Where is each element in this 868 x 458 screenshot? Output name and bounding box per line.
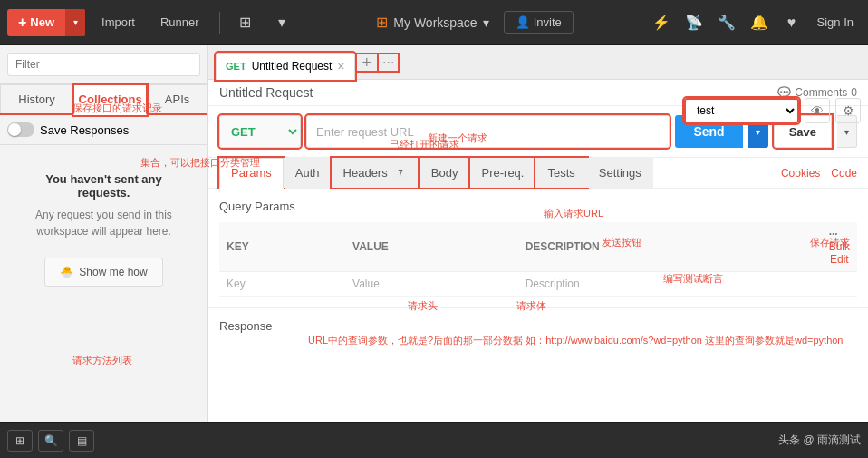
params-section: Query Params KEY VALUE DESCRIPTION ··· B… [208,189,868,307]
new-button[interactable]: New [7,9,65,36]
more-column-header: ··· Bulk Edit [822,222,857,272]
bottom-search-icon[interactable]: 🔍 [38,430,63,452]
workspace-button[interactable]: ⊞ My Workspace ▾ [369,10,496,34]
navbar: New ▾ Import Runner ⊞ ▾ ⊞ My Workspace ▾… [0,0,868,45]
description-column-header: DESCRIPTION [518,222,822,272]
bottom-layout-icon[interactable]: ⊞ [7,430,33,452]
import-button[interactable]: Import [92,12,144,33]
url-input[interactable] [306,115,670,148]
bottom-bar: ⊞ 🔍 ▤ 头条 @ 雨滴测试 [0,422,868,458]
chevron-down-icon[interactable]: ▾ [267,8,296,37]
empty-desc: Any request you send in this workspace w… [18,207,189,239]
comments-icon: 💬 [777,86,791,99]
subtab-auth[interactable]: Auth [284,158,332,188]
workspace-label: My Workspace [393,15,477,30]
bulk-edit-button[interactable]: Bulk Edit [829,240,850,266]
table-row: Key Value Description [219,272,857,297]
params-table: KEY VALUE DESCRIPTION ··· Bulk Edit Key [219,222,857,297]
request-title: Untitled Request [219,85,313,100]
workspace-icon: ⊞ [376,14,388,31]
request-tabs-bar-container: GET Untitled Request × + ··· [208,45,868,80]
response-title: Response [219,319,273,333]
flash-icon[interactable]: ⚡ [647,8,676,37]
invite-icon: 👤 [516,15,530,29]
key-cell: Key [219,272,345,297]
new-button-group[interactable]: New ▾ [7,9,85,36]
layout-icon[interactable]: ⊞ [231,8,260,37]
description-cell: Description [518,272,822,297]
request-tab-close-icon[interactable]: × [337,60,344,73]
satellite-icon[interactable]: 📡 [680,8,709,37]
tab-history[interactable]: History [0,84,73,113]
env-gear-button[interactable]: ⚙ [835,98,861,123]
tab-collections[interactable]: Collections [73,84,147,115]
response-area: Response [208,307,868,344]
subtab-tests[interactable]: Tests [535,158,586,188]
show-me-label: Show me how [79,266,147,278]
save-responses-toggle[interactable] [7,122,34,137]
request-tab-active[interactable]: GET Untitled Request × [216,53,355,80]
tab-add-button[interactable]: + [357,54,378,71]
sidebar-options: Save Responses [0,115,207,145]
nav-separator-1 [219,12,220,34]
comments-count: 0 [851,86,857,99]
bell-icon[interactable]: 🔔 [745,8,774,37]
request-tab-method: GET [226,61,246,72]
heart-icon[interactable]: ♥ [777,8,806,37]
request-tabs-bar: GET Untitled Request × + ··· [208,45,868,80]
environment-select[interactable]: test No Environment [684,98,799,123]
env-eye-button[interactable]: 👁 [805,98,830,123]
value-cell: Value [345,272,518,297]
empty-title: You haven't sent any requests. [18,172,189,200]
nav-center: ⊞ My Workspace ▾ 👤 Invite [304,10,640,34]
request-tab-title: Untitled Request [252,60,333,73]
value-column-header: VALUE [345,222,518,272]
bottom-console-icon[interactable]: ▤ [69,430,94,452]
invite-label: Invite [534,15,562,29]
sidebar-search-area [0,45,207,84]
subtab-params[interactable]: Params [219,158,284,189]
bottom-watermark: 头条 @ 雨滴测试 [778,433,861,448]
key-column-header: KEY [219,222,345,272]
workspace-chevron: ▾ [483,15,489,30]
sidebar-empty: You haven't sent any requests. Any reque… [0,145,207,422]
runner-button[interactable]: Runner [151,12,208,33]
subtab-prereq[interactable]: Pre-req. [470,158,536,188]
wrench-icon[interactable]: 🔧 [712,8,741,37]
comments-label: Comments [795,86,847,99]
subtab-right: Cookies Code [781,167,857,180]
row-more-cell [822,272,857,297]
search-input[interactable] [7,53,200,76]
nav-right: ⚡ 📡 🔧 🔔 ♥ Sign In [647,8,861,37]
cookies-button[interactable]: Cookies [781,167,820,180]
subtab-headers[interactable]: Headers 7 [332,158,420,188]
show-me-button[interactable]: 🐣 Show me how [44,258,162,287]
subtab-settings[interactable]: Settings [587,158,653,188]
code-button[interactable]: Code [831,167,857,180]
toggle-knob [8,123,21,136]
new-button-dropdown[interactable]: ▾ [65,9,85,36]
request-subtabs: Params Auth Headers 7 Body Pre-req. Test… [208,158,868,189]
invite-button[interactable]: 👤 Invite [504,11,574,34]
sidebar-tabs: History Collections APIs [0,84,207,115]
env-bar: test No Environment 👁 ⚙ [684,98,861,123]
query-params-title: Query Params [219,200,857,213]
show-me-icon: 🐣 [60,266,73,278]
headers-badge: 7 [393,168,408,180]
tab-apis[interactable]: APIs [147,84,207,113]
comments-button[interactable]: 💬 Comments 0 [777,86,857,99]
tab-more-button[interactable]: ··· [379,54,398,71]
sign-in-button[interactable]: Sign In [810,12,861,33]
sidebar: History Collections APIs Save Responses … [0,45,208,422]
method-select[interactable]: GET POST PUT DELETE PATCH [219,115,301,148]
subtab-body[interactable]: Body [420,158,470,188]
save-responses-label: Save Responses [40,123,129,137]
